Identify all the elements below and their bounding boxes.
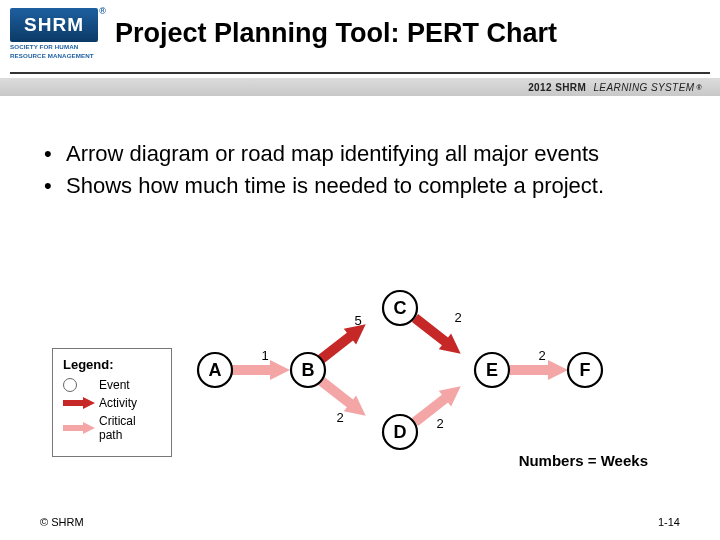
svg-marker-1 xyxy=(63,422,95,434)
edge-e-f xyxy=(510,360,568,380)
footer: © SHRM 1-14 xyxy=(40,516,680,528)
legend-row-activity: Activity xyxy=(63,396,161,410)
arrow-red-icon xyxy=(63,397,99,409)
header: SHRM ® SOCIETY FOR HUMAN RESOURCE MANAGE… xyxy=(0,0,720,78)
node-d: D xyxy=(383,415,417,449)
svg-text:B: B xyxy=(302,360,315,380)
legend-row-event: Event xyxy=(63,378,161,392)
bullet-item: Arrow diagram or road map identifying al… xyxy=(40,140,690,168)
bullet-list: Arrow diagram or road map identifying al… xyxy=(40,140,690,203)
shrm-logo: SHRM ® SOCIETY FOR HUMAN RESOURCE MANAGE… xyxy=(10,8,100,60)
svg-text:E: E xyxy=(486,360,498,380)
node-c: C xyxy=(383,291,417,325)
svg-text:A: A xyxy=(209,360,222,380)
logo-text: SHRM xyxy=(24,14,84,36)
edge-weight: 2 xyxy=(436,416,443,431)
legend-title: Legend: xyxy=(63,357,161,372)
legend-label: Event xyxy=(99,378,161,392)
bullet-item: Shows how much time is needed to complet… xyxy=(40,172,690,200)
page-title: Project Planning Tool: PERT Chart xyxy=(115,18,710,49)
arrow-pink-icon xyxy=(63,422,99,434)
node-b: B xyxy=(291,353,325,387)
node-f: F xyxy=(568,353,602,387)
logo-subtitle-2: RESOURCE MANAGEMENT xyxy=(10,53,100,60)
edge-a-b xyxy=(232,360,290,380)
subband-reg-icon: ® xyxy=(696,84,702,91)
subband-brand: SHRM xyxy=(555,82,586,93)
legend-label: Activity xyxy=(99,396,161,410)
registered-icon: ® xyxy=(99,6,107,16)
edge-weight: 1 xyxy=(261,348,268,363)
subband-tail: LEARNING SYSTEM xyxy=(593,82,694,93)
edge-weight: 5 xyxy=(354,313,361,328)
subheader-band: 2012 SHRM LEARNING SYSTEM ® xyxy=(0,78,720,96)
node-e: E xyxy=(475,353,509,387)
pert-svg: 1 5 2 2 2 2 A B C D E F xyxy=(190,260,660,470)
numbers-equals-weeks: Numbers = Weeks xyxy=(519,452,648,469)
legend-box: Legend: Event Activity Critical path xyxy=(52,348,172,457)
node-a: A xyxy=(198,353,232,387)
svg-text:F: F xyxy=(580,360,591,380)
slide: SHRM ® SOCIETY FOR HUMAN RESOURCE MANAGE… xyxy=(0,0,720,540)
logo-subtitle-1: SOCIETY FOR HUMAN xyxy=(10,44,100,51)
edge-weight: 2 xyxy=(538,348,545,363)
svg-text:D: D xyxy=(394,422,407,442)
pert-diagram: Legend: Event Activity Critical path xyxy=(0,280,720,480)
edge-weight: 2 xyxy=(336,410,343,425)
copyright: © SHRM xyxy=(40,516,84,528)
logo-mark: SHRM ® xyxy=(10,8,98,42)
legend-label: Critical path xyxy=(99,414,161,442)
legend-row-critical: Critical path xyxy=(63,414,161,442)
edge-weight: 2 xyxy=(454,310,461,325)
subband-year: 2012 xyxy=(528,82,552,93)
divider xyxy=(10,72,710,74)
svg-text:C: C xyxy=(394,298,407,318)
circle-icon xyxy=(63,378,77,392)
page-number: 1-14 xyxy=(658,516,680,528)
svg-marker-0 xyxy=(63,397,95,409)
